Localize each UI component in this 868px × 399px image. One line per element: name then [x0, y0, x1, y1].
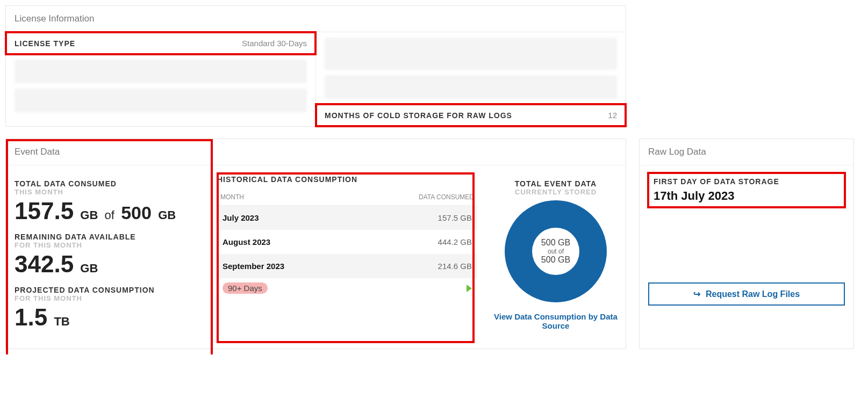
ninety-days-row[interactable]: 90+ Days: [217, 278, 477, 298]
consumed-value: 157.5 GB of 500 GB: [15, 199, 199, 223]
event-stats-col: TOTAL DATA CONSUMED THIS MONTH 157.5 GB …: [6, 165, 207, 349]
arrow-right-icon: [467, 285, 472, 292]
consumed-label: TOTAL DATA CONSUMED: [15, 179, 199, 188]
request-raw-logs-button[interactable]: ↪ Request Raw Log Files: [648, 282, 845, 306]
first-day-value: 17th July 2023: [654, 189, 840, 203]
projected-sub: FOR THIS MONTH: [15, 294, 199, 302]
projected-unit: TB: [54, 315, 69, 328]
donut-center: 500 GB out of 500 GB: [532, 228, 579, 275]
projected-amount: 1.5: [15, 304, 47, 330]
cold-storage-value: 12: [608, 111, 617, 120]
license-col-right: MONTHS OF COLD STORAGE FOR RAW LOGS 12: [316, 32, 626, 126]
cold-storage-row: MONTHS OF COLD STORAGE FOR RAW LOGS 12: [316, 104, 626, 126]
hist-col-month: MONTH: [220, 193, 244, 201]
cold-storage-label: MONTHS OF COLD STORAGE FOR RAW LOGS: [325, 111, 512, 120]
first-day-label: FIRST DAY OF DATA STORAGE: [654, 177, 840, 186]
historical-rows: July 2023 157.5 GB August 2023 444.2 GB …: [217, 206, 477, 278]
hist-col-data: DATA CONSUMED: [419, 193, 474, 201]
table-row: July 2023 157.5 GB: [217, 206, 477, 230]
view-consumption-link[interactable]: View Data Consumption by Data Source: [490, 312, 621, 330]
hist-month: September 2023: [223, 262, 284, 271]
projected-label: PROJECTED DATA CONSUMPTION: [15, 286, 199, 294]
hist-value: 157.5 GB: [438, 213, 472, 222]
share-icon: ↪: [693, 289, 700, 299]
stored-label: TOTAL EVENT DATA: [490, 179, 621, 188]
consumed-of: of: [105, 208, 114, 222]
projected-value: 1.5 TB: [15, 306, 199, 329]
remaining-label: REMAINING DATA AVAILABLE: [15, 233, 199, 241]
request-btn-label: Request Raw Log Files: [706, 289, 800, 299]
redacted-block: [325, 38, 617, 70]
historical-title: HISTORICAL DATA CONSUMPTION: [217, 175, 477, 184]
stored-sub: CURRENTLY STORED: [490, 188, 621, 196]
license-col-left: LICENSE TYPE Standard 30-Days: [6, 32, 316, 126]
donut-bot: 500 GB: [541, 255, 570, 265]
consumed-total: 500: [121, 202, 152, 223]
consumed-total-unit: GB: [158, 208, 176, 222]
donut-top: 500 GB: [541, 238, 570, 248]
raw-panel-title: Raw Log Data: [640, 139, 853, 165]
historical-col: HISTORICAL DATA CONSUMPTION MONTH DATA C…: [207, 165, 486, 349]
remaining-value: 342.5 GB: [15, 252, 199, 276]
redacted-block: [325, 75, 617, 99]
hist-value: 444.2 GB: [438, 237, 472, 246]
consumed-sub: THIS MONTH: [15, 188, 199, 196]
remaining-amount: 342.5: [15, 251, 74, 277]
remaining-sub: FOR THIS MONTH: [15, 241, 199, 249]
stored-col: TOTAL EVENT DATA CURRENTLY STORED 500 GB…: [486, 165, 626, 349]
hist-value: 214.6 GB: [438, 262, 472, 271]
first-day-block: FIRST DAY OF DATA STORAGE 17th July 2023: [648, 173, 845, 207]
hist-month: July 2023: [223, 213, 259, 222]
donut-mid: out of: [548, 248, 564, 255]
license-panel-title: License Information: [6, 6, 626, 32]
raw-log-panel: Raw Log Data FIRST DAY OF DATA STORAGE 1…: [639, 139, 854, 349]
license-type-label: LICENSE TYPE: [15, 39, 75, 48]
raw-body: FIRST DAY OF DATA STORAGE 17th July 2023…: [640, 165, 853, 313]
license-type-row: LICENSE TYPE Standard 30-Days: [6, 32, 315, 54]
hist-month: August 2023: [223, 237, 270, 246]
consumed-unit: GB: [80, 208, 98, 222]
consumed-amount: 157.5: [15, 198, 74, 224]
event-body: TOTAL DATA CONSUMED THIS MONTH 157.5 GB …: [6, 165, 626, 349]
table-row: September 2023 214.6 GB: [217, 254, 477, 278]
license-body: LICENSE TYPE Standard 30-Days MONTHS OF …: [6, 32, 626, 126]
redacted-block: [15, 60, 307, 83]
table-row: August 2023 444.2 GB: [217, 230, 477, 254]
event-panel-title: Event Data: [6, 139, 626, 165]
redacted-block: [15, 89, 307, 112]
license-type-value: Standard 30-Days: [242, 39, 307, 48]
ninety-days-label: 90+ Days: [223, 282, 268, 294]
license-info-panel: License Information LICENSE TYPE Standar…: [5, 5, 626, 127]
historical-header: MONTH DATA CONSUMED: [217, 189, 477, 206]
event-data-panel: Event Data TOTAL DATA CONSUMED THIS MONT…: [5, 139, 626, 349]
donut-ring: 500 GB out of 500 GB: [505, 200, 607, 302]
donut-chart: 500 GB out of 500 GB: [490, 200, 621, 302]
remaining-unit: GB: [80, 262, 98, 275]
